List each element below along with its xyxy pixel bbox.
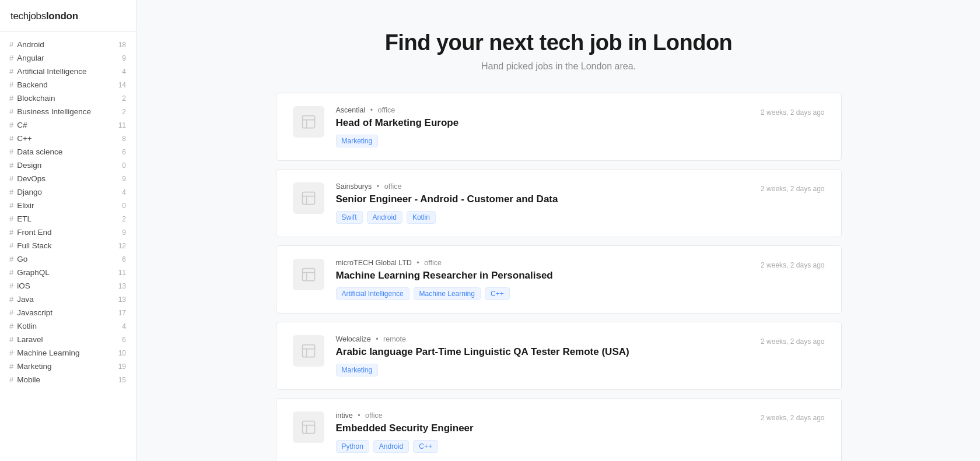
hash-icon: # <box>9 308 13 317</box>
sidebar-item-javascript[interactable]: # Javascript 17 <box>0 306 136 319</box>
hash-icon: # <box>9 214 13 223</box>
work-type: office <box>365 411 383 420</box>
sidebar-item-java[interactable]: # Java 13 <box>0 293 136 306</box>
sidebar-item-etl[interactable]: # ETL 2 <box>0 212 136 226</box>
company-logo <box>293 106 324 138</box>
job-info: microTECH Global LTD • office Machine Le… <box>336 259 737 300</box>
job-card[interactable]: Welocalize • remote Arabic language Part… <box>276 322 842 390</box>
sidebar-item-marketing[interactable]: # Marketing 19 <box>0 360 136 373</box>
sidebar-item-count: 18 <box>116 41 126 49</box>
job-card[interactable]: microTECH Global LTD • office Machine Le… <box>276 245 842 314</box>
sidebar-item-blockchain[interactable]: # Blockchain 2 <box>0 92 136 105</box>
sidebar-item-label: Blockchain <box>17 94 55 103</box>
company-logo <box>293 411 324 443</box>
sidebar-item-label: Elixir <box>17 201 34 210</box>
sidebar-item-laravel[interactable]: # Laravel 6 <box>0 333 136 346</box>
sidebar-item-label: ETL <box>17 214 32 223</box>
job-tag: Artificial Intelligence <box>336 287 410 300</box>
hash-icon: # <box>9 322 13 330</box>
sidebar-item-elixir[interactable]: # Elixir 0 <box>0 199 136 212</box>
hash-icon: # <box>9 67 13 76</box>
sidebar-item-label: Marketing <box>17 362 51 371</box>
work-type: remote <box>383 335 406 343</box>
sidebar-item-label: Artificial Intelligence <box>17 67 86 76</box>
sidebar-item-django[interactable]: # Django 4 <box>0 185 136 199</box>
job-time: 2 weeks, 2 days ago <box>749 335 825 346</box>
sidebar-item-count: 0 <box>116 202 126 210</box>
sidebar-item-count: 2 <box>116 94 126 103</box>
sidebar-item-devops[interactable]: # DevOps 9 <box>0 172 136 185</box>
hash-icon: # <box>9 362 13 371</box>
sidebar-item-count: 9 <box>116 54 126 62</box>
sidebar-divider <box>0 31 136 32</box>
sidebar-item-data-science[interactable]: # Data science 6 <box>0 145 136 159</box>
svg-rect-0 <box>302 116 314 128</box>
sidebar-item-machine-learning[interactable]: # Machine Learning 10 <box>0 346 136 360</box>
sidebar-item-graphql[interactable]: # GraphQL 11 <box>0 266 136 279</box>
job-card[interactable]: Sainsburys • office Senior Engineer - An… <box>276 169 842 237</box>
company-name: Sainsburys <box>336 182 372 191</box>
job-list: Ascential • office Head of Marketing Eur… <box>253 93 865 461</box>
job-info: Ascential • office Head of Marketing Eur… <box>336 106 737 147</box>
sidebar-item-count: 4 <box>116 188 126 196</box>
sidebar-item-label: Mobile <box>17 375 40 384</box>
job-time: 2 weeks, 2 days ago <box>749 182 825 193</box>
hash-icon: # <box>9 281 13 290</box>
company-logo <box>293 182 324 214</box>
job-card[interactable]: intive • office Embedded Security Engine… <box>276 398 842 461</box>
hash-icon: # <box>9 107 13 116</box>
sidebar-item-angular[interactable]: # Angular 9 <box>0 51 136 65</box>
job-tag: Machine Learning <box>414 287 481 300</box>
sidebar-item-label: Java <box>17 295 34 304</box>
job-tags: PythonAndroidC++ <box>336 440 737 453</box>
sidebar-item-design[interactable]: # Design 0 <box>0 159 136 172</box>
svg-rect-3 <box>302 345 314 357</box>
company-name: Ascential <box>336 106 366 114</box>
svg-rect-1 <box>302 192 314 205</box>
sidebar-item-business-intelligence[interactable]: # Business Intelligence 2 <box>0 105 136 118</box>
brand-logo[interactable]: techjobslondon <box>0 10 136 31</box>
sidebar-item-count: 0 <box>116 161 126 170</box>
job-meta: Welocalize • remote <box>336 335 737 343</box>
work-type: office <box>424 259 442 267</box>
job-time: 2 weeks, 2 days ago <box>749 106 825 117</box>
sidebar-item-count: 9 <box>116 228 126 237</box>
sidebar-item-c#[interactable]: # C# 11 <box>0 118 136 132</box>
job-meta: intive • office <box>336 411 737 420</box>
sidebar-item-go[interactable]: # Go 6 <box>0 252 136 266</box>
job-tag: Android <box>367 211 402 224</box>
job-tag: C++ <box>413 440 438 453</box>
sidebar-item-mobile[interactable]: # Mobile 15 <box>0 373 136 386</box>
hash-icon: # <box>9 375 13 384</box>
job-meta: Sainsburys • office <box>336 182 737 191</box>
sidebar-item-count: 6 <box>116 255 126 263</box>
job-tag: Swift <box>336 211 363 224</box>
sidebar-item-label: iOS <box>17 281 30 290</box>
sidebar-item-artificial-intelligence[interactable]: # Artificial Intelligence 4 <box>0 65 136 78</box>
sidebar-item-count: 12 <box>116 242 126 250</box>
hash-icon: # <box>9 335 13 344</box>
job-card[interactable]: Ascential • office Head of Marketing Eur… <box>276 93 842 161</box>
sidebar-item-count: 4 <box>116 322 126 330</box>
job-time: 2 weeks, 2 days ago <box>749 259 825 269</box>
sidebar-item-label: Javascript <box>17 308 52 317</box>
sidebar-item-backend[interactable]: # Backend 14 <box>0 78 136 92</box>
sidebar-item-kotlin[interactable]: # Kotlin 4 <box>0 319 136 333</box>
sidebar: techjobslondon # Android 18 # Angular 9 … <box>0 0 137 461</box>
hash-icon: # <box>9 188 13 196</box>
job-tags: SwiftAndroidKotlin <box>336 211 737 224</box>
sidebar-item-android[interactable]: # Android 18 <box>0 38 136 51</box>
hash-icon: # <box>9 94 13 103</box>
sidebar-item-label: Data science <box>17 147 62 156</box>
sidebar-item-label: Full Stack <box>17 241 51 250</box>
work-type: office <box>384 182 402 191</box>
hash-icon: # <box>9 201 13 210</box>
job-tags: Marketing <box>336 364 737 376</box>
sidebar-item-full-stack[interactable]: # Full Stack 12 <box>0 239 136 252</box>
sidebar-item-front-end[interactable]: # Front End 9 <box>0 226 136 239</box>
sidebar-item-c++[interactable]: # C++ 8 <box>0 132 136 145</box>
sidebar-item-ios[interactable]: # iOS 13 <box>0 279 136 293</box>
sidebar-item-label: GraphQL <box>17 268 50 277</box>
sidebar-item-label: C# <box>17 121 27 129</box>
brand-suffix: london <box>46 10 78 22</box>
